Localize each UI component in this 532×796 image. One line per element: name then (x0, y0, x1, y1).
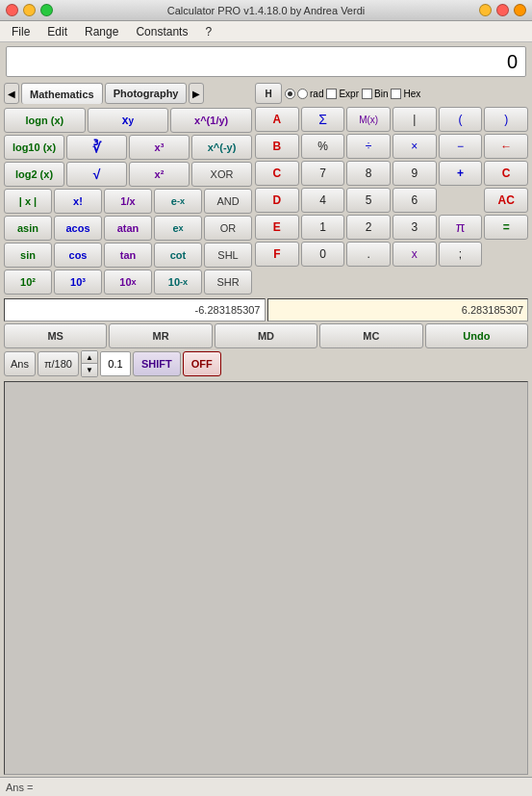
btn-_[interactable]: × (393, 134, 437, 159)
btn-xcube[interactable]: x³ (129, 135, 190, 160)
hex-checkbox[interactable] (391, 89, 401, 99)
btn-abs[interactable]: | x | (4, 189, 52, 214)
btn-shr[interactable]: SHR (204, 270, 252, 295)
btn-xor[interactable]: XOR (191, 162, 252, 187)
btn-m_x_[interactable]: M(x) (346, 107, 391, 132)
btn-4[interactable]: 4 (301, 188, 345, 213)
radio-rad[interactable] (297, 89, 308, 99)
btn-mc[interactable]: MC (319, 323, 422, 348)
step-field[interactable]: 0.1 (100, 351, 131, 376)
close-button[interactable] (6, 4, 18, 16)
btn-b[interactable]: B (255, 134, 299, 159)
tab-photography[interactable]: Photography (105, 83, 188, 104)
btn-log10[interactable]: log10 (x) (4, 135, 64, 160)
btn-10sq[interactable]: 10² (4, 270, 52, 295)
btn-_[interactable]: ( (439, 107, 483, 132)
btn-8[interactable]: 8 (346, 161, 391, 186)
btn-2[interactable]: 2 (346, 215, 391, 240)
btn-_[interactable]: Σ (301, 107, 345, 132)
right-btn-yellow[interactable] (479, 4, 492, 16)
btn-tan[interactable]: tan (104, 243, 152, 268)
btn-_[interactable]: π (439, 215, 483, 240)
btn-_[interactable]: ← (484, 134, 528, 159)
btn-_[interactable]: . (346, 242, 391, 267)
title-bar-right-controls[interactable] (479, 4, 526, 16)
btn-7[interactable]: 7 (301, 161, 345, 186)
right-btn-red[interactable] (496, 4, 509, 16)
btn-cot[interactable]: cot (154, 243, 202, 268)
btn-_[interactable]: | (393, 107, 437, 132)
btn-f[interactable]: F (255, 242, 299, 267)
menu-range[interactable]: Range (77, 23, 126, 40)
btn-cos[interactable]: cos (54, 243, 102, 268)
tab-left-arrow[interactable]: ◀ (4, 83, 19, 104)
menu-file[interactable]: File (4, 23, 38, 40)
btn-d[interactable]: D (255, 188, 299, 213)
btn-_[interactable]: − (439, 134, 483, 159)
btn-log2[interactable]: log2 (x) (4, 162, 64, 187)
btn-ex[interactable]: ex (154, 216, 202, 241)
btn-5[interactable]: 5 (346, 188, 391, 213)
btn-pi180[interactable]: π/180 (38, 351, 79, 376)
btn-off[interactable]: OFF (183, 351, 221, 376)
btn-or[interactable]: OR (204, 216, 252, 241)
btn-e[interactable]: E (255, 215, 299, 240)
btn-9[interactable]: 9 (393, 161, 437, 186)
btn-c[interactable]: C (484, 161, 528, 186)
btn-3[interactable]: 3 (393, 215, 437, 240)
btn-10x[interactable]: 10x (104, 270, 152, 295)
btn-_[interactable]: ÷ (346, 134, 391, 159)
btn-sqrt[interactable]: √ (66, 162, 127, 187)
btn-_[interactable]: % (301, 134, 345, 159)
btn-e-neg-x[interactable]: e-x (154, 189, 202, 214)
btn-x-neg-y[interactable]: x^(-y) (191, 135, 252, 160)
btn-_[interactable]: ) (484, 107, 528, 132)
radio-deg[interactable] (285, 89, 295, 99)
btn-md[interactable]: MD (215, 323, 317, 348)
btn-shl[interactable]: SHL (204, 243, 252, 268)
spinner[interactable]: ▲ ▼ (81, 350, 98, 377)
btn-_[interactable]: ; (439, 242, 483, 267)
spinner-up[interactable]: ▲ (82, 351, 97, 364)
btn-shift[interactable]: SHIFT (133, 351, 181, 376)
btn-asin[interactable]: asin (4, 216, 52, 241)
btn-_[interactable]: = (484, 215, 528, 240)
btn-ms[interactable]: MS (4, 323, 107, 348)
menu-constants[interactable]: Constants (128, 23, 195, 40)
btn-acos[interactable]: acos (54, 216, 102, 241)
menu-edit[interactable]: Edit (39, 23, 75, 40)
btn-ans[interactable]: Ans (4, 351, 36, 376)
right-btn-orange[interactable] (514, 4, 526, 16)
btn-a[interactable]: A (255, 107, 299, 132)
btn-x[interactable]: x (393, 242, 437, 267)
btn-cbrt[interactable]: ∛ (66, 135, 127, 160)
btn-10-neg-x[interactable]: 10-x (154, 270, 202, 295)
btn-xy[interactable]: xy (88, 108, 169, 133)
expr-checkbox[interactable] (326, 89, 337, 99)
btn-sin[interactable]: sin (4, 243, 52, 268)
btn-1[interactable]: 1 (301, 215, 345, 240)
tab-right-arrow[interactable]: ▶ (189, 83, 204, 104)
btn-c[interactable]: C (255, 161, 299, 186)
tab-mathematics[interactable]: Mathematics (21, 83, 103, 104)
btn-reciprocal[interactable]: 1/x (104, 189, 152, 214)
btn-_[interactable]: + (439, 161, 483, 186)
btn-logn[interactable]: logn (x) (4, 108, 86, 133)
btn-atan[interactable]: atan (104, 216, 152, 241)
window-controls[interactable] (6, 4, 53, 16)
btn-and[interactable]: AND (204, 189, 252, 214)
btn-x-1y[interactable]: x^(1/y) (170, 108, 252, 133)
btn-H[interactable]: H (255, 83, 282, 104)
spinner-down[interactable]: ▼ (82, 364, 97, 376)
menu-help[interactable]: ? (197, 23, 219, 40)
btn-6[interactable]: 6 (393, 188, 437, 213)
bin-checkbox[interactable] (362, 89, 372, 99)
maximize-button[interactable] (40, 4, 53, 16)
btn-xsq[interactable]: x² (129, 162, 190, 187)
btn-10cube[interactable]: 10³ (54, 270, 102, 295)
btn-ac[interactable]: AC (484, 188, 528, 213)
btn-factorial[interactable]: x! (54, 189, 102, 214)
btn-0[interactable]: 0 (301, 242, 345, 267)
btn-undo[interactable]: Undo (425, 323, 528, 348)
btn-mr[interactable]: MR (109, 323, 212, 348)
